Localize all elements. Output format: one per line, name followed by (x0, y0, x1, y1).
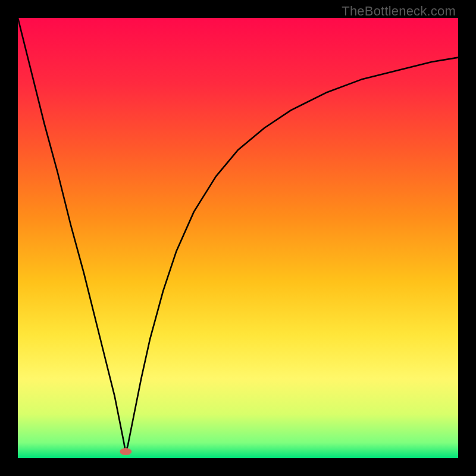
chart-frame (18, 18, 458, 458)
chart-background (18, 18, 458, 458)
chart-svg (18, 18, 458, 458)
watermark-text: TheBottleneck.com (342, 4, 456, 19)
minimum-marker (120, 448, 131, 455)
